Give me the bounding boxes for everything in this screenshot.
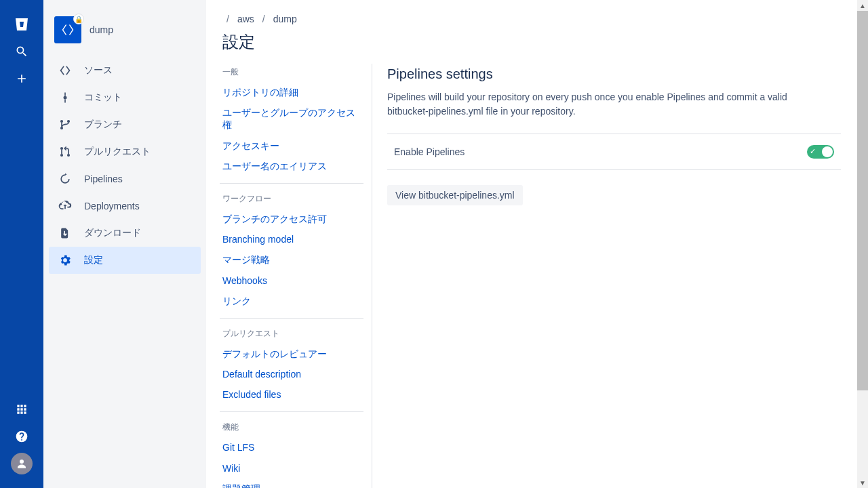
sidebar-item-label: ダウンロード <box>84 227 141 239</box>
svg-point-2 <box>60 120 63 123</box>
scroll-up-icon[interactable]: ▲ <box>857 0 868 11</box>
settings-link-username-aliases[interactable]: ユーザー名のエイリアス <box>220 156 363 176</box>
repo-logo-icon: 🔒 <box>54 16 81 43</box>
sidebar-item-label: ソース <box>84 64 113 77</box>
gear-icon <box>57 252 73 268</box>
settings-link-excluded-files[interactable]: Excluded files <box>220 384 363 405</box>
settings-link-merge-strategies[interactable]: マージ戦略 <box>220 249 363 270</box>
breadcrumb-sep: / <box>262 14 265 24</box>
settings-link-branch-permissions[interactable]: ブランチのアクセス許可 <box>220 209 363 229</box>
avatar[interactable] <box>11 453 33 474</box>
global-rail <box>0 0 43 488</box>
settings-link-webhooks[interactable]: Webhooks <box>220 270 363 291</box>
sidebar-item-label: Deployments <box>84 201 140 211</box>
svg-point-0 <box>20 460 24 464</box>
check-icon: ✓ <box>810 147 816 156</box>
scrollbar[interactable]: ▲ ▼ <box>857 0 868 488</box>
repo-sidebar: 🔒 dump ソース コミット ブランチ プルリクエスト Pipelines D… <box>43 0 206 488</box>
apps-icon[interactable] <box>11 399 33 420</box>
help-icon[interactable] <box>11 426 33 447</box>
pipelines-icon <box>57 171 73 187</box>
sidebar-item-label: Pipelines <box>84 174 123 184</box>
settings-group-title: 機能 <box>222 422 363 433</box>
code-icon <box>57 62 73 79</box>
sidebar-item-commits[interactable]: コミット <box>49 84 201 111</box>
page-title: 設定 <box>220 31 841 53</box>
svg-point-1 <box>64 96 67 100</box>
sidebar-item-source[interactable]: ソース <box>49 57 201 84</box>
sidebar-item-pipelines[interactable]: Pipelines <box>49 165 201 192</box>
svg-point-4 <box>67 120 70 123</box>
settings-details: Pipelines settings Pipelines will build … <box>372 64 841 488</box>
sidebar-item-branches[interactable]: ブランチ <box>49 111 201 138</box>
sidebar-item-deployments[interactable]: Deployments <box>49 192 201 220</box>
enable-pipelines-toggle[interactable]: ✓ <box>807 145 834 159</box>
bitbucket-logo-icon[interactable] <box>11 14 33 35</box>
sidebar-item-settings[interactable]: 設定 <box>49 247 201 274</box>
commit-icon <box>57 89 73 106</box>
sidebar-item-label: ブランチ <box>84 119 122 131</box>
settings-group-title: ワークフロー <box>222 193 363 205</box>
view-pipelines-yml-button[interactable]: View bitbucket-pipelines.yml <box>387 185 523 205</box>
branch-icon <box>57 117 73 133</box>
enable-pipelines-row: Enable Pipelines ✓ <box>387 134 841 170</box>
lock-icon: 🔒 <box>73 14 84 24</box>
settings-link-access[interactable]: ユーザーとグループのアクセス権 <box>220 102 363 135</box>
settings-link-wiki[interactable]: Wiki <box>220 458 363 479</box>
breadcrumb-parent[interactable]: aws <box>237 14 254 24</box>
breadcrumb: / aws / dump <box>220 14 841 24</box>
details-description: Pipelines will build your repository on … <box>387 90 821 119</box>
sidebar-item-pullrequests[interactable]: プルリクエスト <box>49 138 201 165</box>
settings-link-git-lfs[interactable]: Git LFS <box>220 437 363 458</box>
settings-link-branching-model[interactable]: Branching model <box>220 229 363 249</box>
scroll-down-icon[interactable]: ▼ <box>857 477 868 488</box>
pullrequest-icon <box>57 144 73 160</box>
settings-link-access-keys[interactable]: アクセスキー <box>220 136 363 156</box>
add-icon[interactable] <box>11 68 33 89</box>
settings-link-default-description[interactable]: Default description <box>220 364 363 384</box>
repo-header[interactable]: 🔒 dump <box>49 16 201 57</box>
settings-link-issues[interactable]: 課題管理 <box>220 479 363 488</box>
main-content: / aws / dump 設定 一般 リポジトリの詳細 ユーザーとグループのアク… <box>206 0 868 488</box>
sidebar-item-downloads[interactable]: ダウンロード <box>49 220 201 247</box>
settings-group-title: 一般 <box>222 66 363 78</box>
settings-link-default-reviewers[interactable]: デフォルトのレビュアー <box>220 344 363 364</box>
settings-link-repo-details[interactable]: リポジトリの詳細 <box>220 82 363 102</box>
svg-point-5 <box>60 147 63 150</box>
details-title: Pipelines settings <box>387 66 841 82</box>
sidebar-item-label: コミット <box>84 92 122 104</box>
svg-point-6 <box>60 154 63 157</box>
scrollbar-thumb[interactable] <box>857 11 868 390</box>
download-icon <box>57 225 73 241</box>
breadcrumb-sep: / <box>226 14 229 24</box>
repo-name: dump <box>90 24 113 35</box>
breadcrumb-current[interactable]: dump <box>273 14 297 24</box>
sidebar-item-label: 設定 <box>84 254 103 266</box>
settings-link-links[interactable]: リンク <box>220 291 363 311</box>
cloud-upload-icon <box>57 198 73 214</box>
settings-group-title: プルリクエスト <box>222 328 363 340</box>
search-icon[interactable] <box>11 41 33 62</box>
enable-pipelines-label: Enable Pipelines <box>387 146 465 157</box>
toggle-knob <box>822 146 833 157</box>
svg-point-7 <box>67 154 70 157</box>
sidebar-item-label: プルリクエスト <box>84 146 151 158</box>
settings-nav: 一般 リポジトリの詳細 ユーザーとグループのアクセス権 アクセスキー ユーザー名… <box>220 64 372 488</box>
